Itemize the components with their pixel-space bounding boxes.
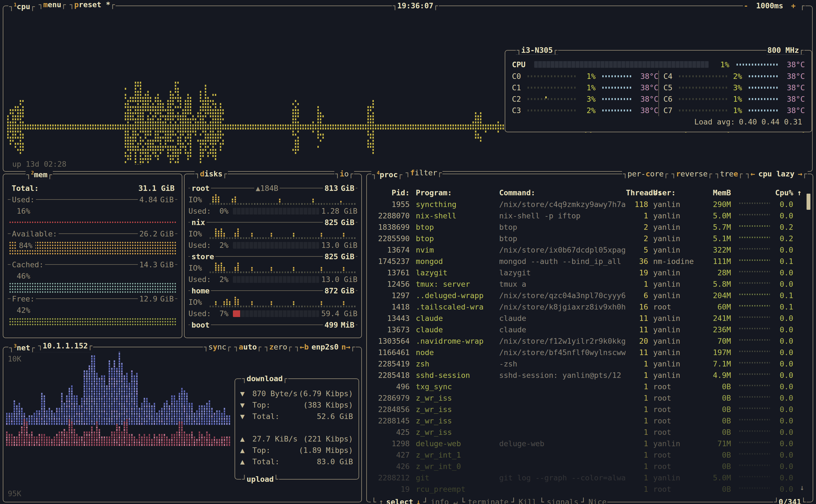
- process-row[interactable]: 2288212gitgit log --graph --color=always…: [371, 472, 802, 483]
- process-row[interactable]: 2288070nix-shellnix-shell -p iftop1yanli…: [371, 210, 802, 221]
- sort-selector[interactable]: ┐←cpu lazy→┌: [746, 169, 807, 178]
- process-row[interactable]: 1298deluge-webdeluge-web1yanlin71M0.0: [371, 438, 802, 449]
- filter-button[interactable]: ┐filter┌: [405, 168, 442, 179]
- process-row[interactable]: 425z_wr_iss1root0B0.0: [371, 426, 802, 438]
- menu-button[interactable]: ┐menu┌: [39, 0, 66, 11]
- process-row[interactable]: 2285418sshd-sessionsshd-session: yanlin@…: [371, 370, 802, 381]
- proc-tab[interactable]: ┐4proc┌: [372, 168, 402, 179]
- disk-io-row: IO%: [188, 262, 357, 274]
- tree-button[interactable]: ┐tree┌: [715, 169, 743, 178]
- mem-percent: 16%: [8, 205, 177, 217]
- disk-io-row: IO%: [188, 194, 357, 205]
- select-up-icon[interactable]: ↑: [379, 498, 383, 504]
- per-core-button[interactable]: ┐per-core┌: [623, 169, 668, 178]
- column-user[interactable]: User:: [653, 188, 703, 197]
- core-row: C42%38°C: [658, 71, 805, 82]
- interval-decrease-button[interactable]: -: [744, 1, 748, 10]
- proc-scrollbar[interactable]: [807, 194, 810, 210]
- process-row[interactable]: 13673claudeclaude11yanlin236M0.0: [371, 324, 802, 335]
- process-row[interactable]: 1955syncthing/nix/store/c4q9zmkzy9awy7h7…: [371, 199, 802, 210]
- process-row[interactable]: 19rcu_preempt1root0B0.0: [371, 483, 802, 495]
- process-row[interactable]: 1303564.navidrome-wrap/nix/store/f12w1yi…: [371, 335, 802, 347]
- process-row[interactable]: 1166461node/nix/store/bf45nflf0wylnscwwa…: [371, 347, 802, 358]
- download-label: ┐download┌: [241, 374, 288, 383]
- disk-used-row: Used:2%13.0 GiB: [188, 239, 357, 251]
- process-row[interactable]: 2285419zsh-zsh1yanlin7.1M0.0: [371, 358, 802, 370]
- download-stat-row: ▼Top:(383 Kibps): [240, 399, 353, 411]
- info-button[interactable]: info ↵: [431, 498, 458, 504]
- net-sync-button[interactable]: ┐sync┌: [204, 343, 231, 351]
- reverse-button[interactable]: ┐reverse┌: [671, 169, 712, 178]
- process-row[interactable]: 12456tmux: servertmux a1yanlin5.8M0.0: [371, 278, 802, 290]
- btop-screen: { "cpu_panel": { "chips": {"num":"1","ti…: [0, 0, 816, 504]
- preset-button[interactable]: ┐preset *┌: [70, 0, 115, 11]
- select-down-icon[interactable]: ↓: [416, 498, 421, 504]
- net-interface-switcher[interactable]: ┐←benp2s0n→┌: [295, 343, 355, 351]
- disk-divider: boot499MiB: [188, 319, 357, 331]
- terminate-button[interactable]: terminate: [468, 498, 508, 504]
- process-row[interactable]: 1297..deluged-wrapp/nix/store/qzc04a3npl…: [371, 290, 802, 301]
- column-cpu[interactable]: Cpu%: [770, 188, 793, 197]
- load-average: Load avg:0.40 0.44 0.31: [512, 116, 805, 128]
- disk-io-graph: [210, 297, 357, 308]
- net-ip-label: ┐10.1.1.152┌: [38, 341, 92, 352]
- net-zero-button[interactable]: ┐zero┌: [265, 343, 292, 351]
- mem-divider: Used:4.84GiB: [8, 194, 177, 205]
- process-row[interactable]: 496txg_sync1root0B0.0: [371, 381, 802, 392]
- mem-percent: 42%: [8, 305, 177, 316]
- kill-button[interactable]: Kill: [519, 498, 537, 504]
- mem-percent: 46%: [8, 270, 177, 282]
- process-row[interactable]: 2286979z_wr_iss1root0B0.0: [371, 392, 802, 404]
- core-row: C01%38°C: [512, 71, 658, 82]
- disk-io-graph: [210, 194, 357, 205]
- mem-band: [8, 217, 177, 228]
- cpu-frequency-label: 800 MHz┌: [767, 46, 804, 55]
- process-row[interactable]: 426z_wr_int_01root0B0.0: [371, 461, 802, 472]
- net-stats-box: ┐download┌ ┘upload└ ▼870 Byte/s(6.79 Kib…: [235, 378, 359, 480]
- process-row[interactable]: 13674nvim/nix/store/ix0b67dcdpl05xpagx5x…: [371, 244, 802, 256]
- mem-panel: ┐2mem┌ Total: 31.1 GiB Used:4.84GiB16%Av…: [3, 174, 182, 338]
- core-row: C23%38°C: [512, 93, 658, 105]
- net-tab[interactable]: ┐3net┌: [9, 341, 35, 352]
- process-row[interactable]: 1418.tailscaled-wra/nix/store/k8jgiaxrz8…: [371, 301, 802, 313]
- process-row[interactable]: 13443claudeclaude11yanlin241M0.0: [371, 313, 802, 324]
- process-row[interactable]: 427z_wr_int_11root0B0.0: [371, 449, 802, 461]
- mem-band: [8, 316, 177, 327]
- disks-panel: ┐disks┌ ┐io┌ root▲184B813GiBIO%Used:0%1.…: [184, 174, 362, 338]
- disks-tab[interactable]: ┐disks┌: [195, 169, 228, 178]
- column-pid[interactable]: Pid:: [371, 188, 410, 197]
- io-mode-button[interactable]: ┐io┌: [334, 169, 354, 178]
- cpu-tab[interactable]: ┐1cpu┌: [9, 0, 35, 11]
- core-row: C32%38°C: [512, 105, 658, 116]
- process-row[interactable]: 13761lazygitlazygit19yanlin28M0.0: [371, 267, 802, 278]
- process-row[interactable]: 1745237mongodmongod --auth --bind_ip_all…: [371, 256, 802, 267]
- core-row: C61%38°C: [658, 93, 805, 105]
- net-auto-button[interactable]: ┐auto┌: [234, 343, 262, 351]
- scroll-down-icon[interactable]: ↓: [800, 483, 804, 492]
- net-traffic-graph: [6, 352, 232, 497]
- disk-io-graph: [210, 263, 357, 274]
- column-program[interactable]: Program:: [416, 188, 499, 197]
- signals-button[interactable]: signals: [547, 498, 578, 504]
- disk-divider: store825GiB: [188, 251, 357, 262]
- disk-io-row: IO%: [188, 228, 357, 239]
- interval-increase-button[interactable]: +: [791, 1, 795, 10]
- process-row[interactable]: 2285590btopbtop2yanlin5.1M0.2: [371, 233, 802, 244]
- column-threads[interactable]: Threads:: [626, 188, 648, 197]
- process-row[interactable]: 2288145z_wr_iss1root0B0.0: [371, 415, 802, 426]
- nice-button[interactable]: Nice: [588, 498, 606, 504]
- column-command[interactable]: Command:: [499, 188, 626, 197]
- column-memb[interactable]: MemB: [703, 188, 731, 197]
- disk-divider: nix825GiB: [188, 217, 357, 228]
- mem-total-row: Total: 31.1 GiB: [8, 183, 177, 194]
- mem-tab[interactable]: ┐2mem┌: [26, 168, 53, 179]
- cpu-info-box: ┐i3-N305┌ 800 MHz┌ CPU 1% 38°C C01%38°CC…: [505, 50, 812, 132]
- uptime-label: up 13d 02:28: [12, 160, 66, 168]
- select-button[interactable]: select: [386, 498, 414, 504]
- mem-band: 84%: [8, 239, 177, 259]
- cpu-total-meter: [534, 61, 709, 68]
- disk-used-row: Used:0%1.28 GiB: [188, 205, 357, 217]
- mem-divider: Cached:14.3GiB: [8, 259, 177, 270]
- process-row[interactable]: 2284856z_wr_iss1root0B0.0: [371, 404, 802, 415]
- process-row[interactable]: 1838699btopbtop2yanlin5.7M0.2: [371, 221, 802, 233]
